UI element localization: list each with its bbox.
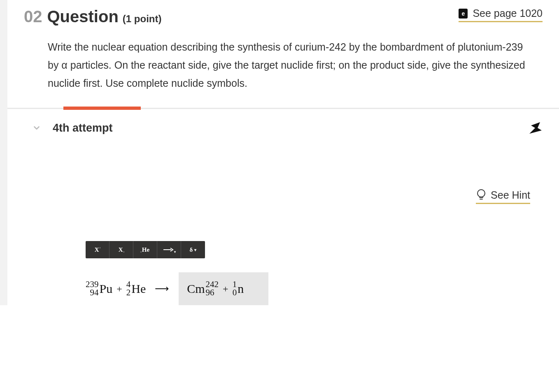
product-input-box[interactable]: Cm 242 96 + 1 0 n	[179, 272, 268, 305]
reactant1-atomic: 94	[90, 289, 99, 297]
tool-arrow-sub: ▾	[174, 250, 176, 254]
lightbulb-icon	[476, 189, 487, 201]
plus-1: +	[116, 283, 122, 295]
progress-bar-segment	[63, 107, 141, 110]
product1-symbol: Cm	[187, 282, 205, 296]
see-hint-link[interactable]: See Hint	[476, 189, 530, 204]
attempt-row: 4th attempt	[7, 109, 559, 139]
tool-x-label2: X	[119, 246, 123, 253]
chevron-down-icon[interactable]	[32, 123, 41, 132]
see-page-link[interactable]: e See page 1020	[459, 7, 543, 22]
reactant-1: 239 94 Pu	[86, 281, 112, 297]
tool-he-label: He	[142, 246, 149, 253]
question-title: Question	[47, 7, 119, 26]
tool-delta-dropdown: ▾	[194, 248, 196, 252]
tool-arrow[interactable]: ▾	[157, 241, 181, 258]
product2-symbol: n	[238, 282, 244, 296]
tool-sub-mark: ▫	[123, 250, 125, 254]
tool-delta[interactable]: δ▾	[181, 241, 205, 258]
product-2: 1 0 n	[233, 281, 244, 297]
tool-subscript[interactable]: X▫	[109, 241, 133, 258]
question-title-group: 02 Question (1 point)	[24, 7, 161, 26]
ebook-icon: e	[459, 9, 468, 19]
tool-delta-label: δ	[190, 246, 193, 253]
question-header: 02 Question (1 point) e See page 1020	[7, 0, 559, 30]
tool-pre-mark: ▫	[140, 250, 142, 254]
see-page-label: See page 1020	[473, 7, 543, 19]
reactant2-atomic: 2	[126, 289, 131, 297]
question-number: 02	[24, 7, 42, 26]
plus-2: +	[223, 283, 228, 295]
svg-point-0	[477, 190, 485, 197]
reactant-2: 4 2 He	[126, 281, 146, 297]
progress-divider	[7, 108, 559, 109]
attempt-label: 4th attempt	[53, 122, 113, 135]
question-points: (1 point)	[123, 13, 162, 25]
product2-atomic: 0	[233, 289, 237, 297]
question-prompt: Write the nuclear equation describing th…	[7, 30, 559, 108]
tool-nuclide[interactable]: ▫He	[133, 241, 157, 258]
flag-icon[interactable]	[528, 121, 543, 135]
reaction-arrow: ⟶	[155, 283, 168, 295]
tool-x-label: X	[95, 246, 99, 253]
see-hint-label: See Hint	[491, 189, 530, 201]
product1-atomic: 96	[206, 289, 214, 297]
equation-toolbar: X▫ X▫ ▫He ▾ δ▾	[86, 241, 205, 258]
product-1: Cm 242 96	[187, 281, 219, 297]
equation-editor: X▫ X▫ ▫He ▾ δ▾ 239 94 Pu +	[7, 204, 559, 305]
reactant2-symbol: He	[131, 282, 146, 296]
tool-sup-mark: ▫	[100, 246, 101, 250]
equation-input-row[interactable]: 239 94 Pu + 4 2 He ⟶ Cm 242 96	[86, 272, 559, 305]
reactant1-symbol: Pu	[100, 282, 113, 296]
tool-superscript[interactable]: X▫	[86, 241, 109, 258]
